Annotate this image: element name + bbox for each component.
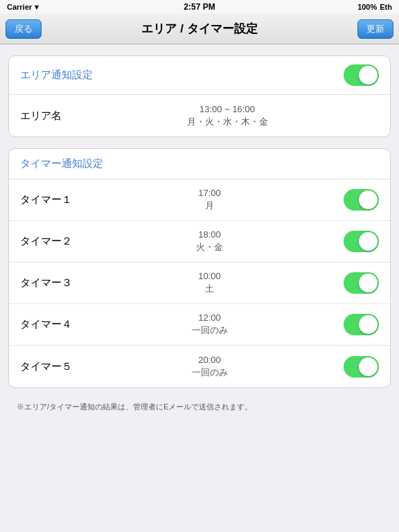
timer-row-2: タイマー２ 18:00 火・金 xyxy=(9,221,390,263)
timer-time-5: 20:00 xyxy=(198,355,221,365)
network-text: Eth xyxy=(380,3,392,11)
area-row-days: 月・火・水・木・金 xyxy=(187,116,268,128)
timer-days-4: 一回のみ xyxy=(192,324,228,337)
timer-content-2: 18:00 火・金 xyxy=(76,229,344,254)
status-bar-right: 100% Eth xyxy=(357,3,392,11)
main-content: エリア通知設定 エリア名 13:00 ~ 16:00 月・火・水・木・金 タイマ… xyxy=(0,44,399,434)
update-button[interactable]: 更新 xyxy=(357,19,393,39)
timer-days-5: 一回のみ xyxy=(192,366,228,379)
area-section-card: エリア通知設定 エリア名 13:00 ~ 16:00 月・火・水・木・金 xyxy=(8,55,391,137)
timer-section-title: タイマー通知設定 xyxy=(20,157,103,170)
timer-row-4: タイマー４ 12:00 一回のみ xyxy=(9,304,390,346)
timer-content-4: 12:00 一回のみ xyxy=(76,312,344,337)
timer-label-2: タイマー２ xyxy=(20,235,76,248)
timer-label-3: タイマー３ xyxy=(20,276,76,290)
carrier-text: Carrier xyxy=(7,3,32,11)
timer-days-1: 月 xyxy=(205,200,214,212)
timer-section-card: タイマー通知設定 タイマー１ 17:00 月 タイマー２ 18:00 火・金 タ… xyxy=(8,148,391,388)
timer-toggle-3[interactable] xyxy=(344,272,379,294)
nav-title: エリア / タイマー設定 xyxy=(141,21,257,37)
timer-label-5: タイマー５ xyxy=(20,360,76,373)
status-bar-left: Carrier ▾ xyxy=(7,3,39,12)
area-row-label: エリア名 xyxy=(20,109,76,123)
timer-rows-container: タイマー１ 17:00 月 タイマー２ 18:00 火・金 タイマー３ 10:0… xyxy=(9,179,390,387)
timer-section-header: タイマー通知設定 xyxy=(9,149,390,179)
timer-toggle-4[interactable] xyxy=(344,314,379,335)
status-time: 2:57 PM xyxy=(184,2,215,12)
timer-content-3: 10:00 土 xyxy=(76,271,344,295)
footer-note: ※エリア/タイマー通知の結果は、管理者にEメールで送信されます。 xyxy=(8,399,391,423)
area-section-header: エリア通知設定 xyxy=(9,56,390,95)
timer-row-5: タイマー５ 20:00 一回のみ xyxy=(9,346,390,387)
timer-time-2: 18:00 xyxy=(198,229,221,240)
area-row-content: 13:00 ~ 16:00 月・火・水・木・金 xyxy=(76,104,379,128)
timer-days-2: 火・金 xyxy=(196,241,223,254)
area-toggle[interactable] xyxy=(344,64,379,86)
timer-row-3: タイマー３ 10:00 土 xyxy=(9,263,390,304)
area-row: エリア名 13:00 ~ 16:00 月・火・水・木・金 xyxy=(9,95,390,136)
timer-label-1: タイマー１ xyxy=(20,193,76,206)
timer-content-5: 20:00 一回のみ xyxy=(76,355,344,379)
timer-toggle-5[interactable] xyxy=(344,356,379,378)
timer-toggle-2[interactable] xyxy=(344,231,379,252)
back-button[interactable]: 戻る xyxy=(6,19,42,39)
timer-row-1: タイマー１ 17:00 月 xyxy=(9,179,390,221)
timer-days-3: 土 xyxy=(205,283,214,295)
timer-time-3: 10:00 xyxy=(198,271,221,281)
status-bar: Carrier ▾ 2:57 PM 100% Eth xyxy=(0,0,399,14)
timer-time-1: 17:00 xyxy=(198,188,221,198)
area-section-title: エリア通知設定 xyxy=(20,69,93,82)
wifi-icon: ▾ xyxy=(35,3,39,12)
timer-content-1: 17:00 月 xyxy=(76,188,344,212)
timer-label-4: タイマー４ xyxy=(20,318,76,331)
nav-bar: 戻る エリア / タイマー設定 更新 xyxy=(0,14,399,44)
battery-text: 100% xyxy=(357,3,377,11)
area-row-time: 13:00 ~ 16:00 xyxy=(200,104,255,114)
timer-toggle-1[interactable] xyxy=(344,189,379,211)
timer-time-4: 12:00 xyxy=(198,312,221,323)
